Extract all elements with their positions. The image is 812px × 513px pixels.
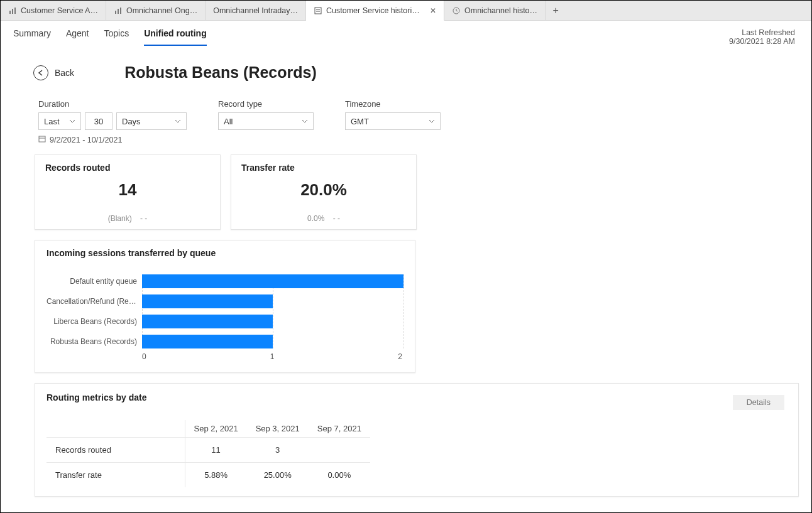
subnav-summary[interactable]: Summary	[13, 28, 51, 46]
filter-duration: Duration Last 30 Days	[38, 99, 187, 130]
duration-unit-select[interactable]: Days	[116, 112, 187, 130]
window-tab-1[interactable]: Omnichannel Ong…	[106, 1, 206, 21]
svg-rect-0	[9, 11, 11, 14]
kpi-value: 14	[45, 180, 210, 200]
chart-x-tick: 0	[142, 352, 146, 361]
chart-x-axis: 012	[142, 352, 403, 361]
kpi-title: Transfer rate	[241, 163, 406, 173]
arrow-left-icon	[33, 65, 48, 80]
kpi-transfer-rate: Transfer rate 20.0% 0.0% - -	[231, 154, 417, 230]
svg-rect-4	[118, 9, 119, 14]
chart-bar[interactable]	[142, 294, 273, 308]
chart-area: Default entity queueCancellation/Refund …	[47, 274, 403, 361]
page-title: Robusta Beans (Records)	[124, 63, 317, 82]
window-tab-label: Omnichannel Ong…	[126, 6, 197, 15]
metrics-title: Routing metrics by date	[47, 392, 787, 402]
filter-timezone: Timezone GMT	[345, 99, 441, 130]
last-refreshed: Last Refreshed 9/30/2021 8:28 AM	[729, 28, 799, 46]
svg-rect-6	[315, 8, 321, 14]
svg-line-11	[456, 11, 458, 11]
metrics-table: Sep 2, 2021Sep 3, 2021Sep 7, 2021 Record…	[47, 420, 370, 487]
chevron-down-icon	[175, 118, 181, 124]
subnav-unified-routing[interactable]: Unified routing	[144, 28, 207, 46]
filter-label: Record type	[218, 99, 314, 109]
chart-x-tick: 1	[270, 352, 275, 361]
window-tab-2[interactable]: Omnichannel Intraday…	[206, 1, 306, 21]
close-icon[interactable]: ✕	[430, 6, 436, 15]
metrics-cell: 5.88%	[185, 463, 247, 488]
chart-bar[interactable]	[142, 274, 403, 288]
subnav: Summary Agent Topics Unified routing	[13, 28, 207, 46]
filter-label: Duration	[38, 99, 187, 109]
chart-title: Incoming sessions transferred by queue	[47, 248, 403, 258]
calendar-icon	[38, 135, 46, 144]
window-tab-3[interactable]: Customer Service historic… ✕	[306, 1, 444, 21]
new-tab-button[interactable]: +	[546, 1, 566, 21]
last-refreshed-label: Last Refreshed	[729, 28, 795, 37]
metrics-column-header: Sep 2, 2021	[185, 420, 247, 438]
chart-y-label: Cancellation/Refund (Rec…	[47, 294, 142, 308]
filter-record-type: Record type All	[218, 99, 314, 130]
window-tab-label: Omnichannel histo…	[464, 6, 537, 15]
kpi-row: Records routed 14 (Blank) - - Transfer r…	[1, 144, 811, 230]
chart-bar[interactable]	[142, 315, 273, 328]
kpi-value: 20.0%	[241, 180, 406, 200]
window-tab-0[interactable]: Customer Service A…	[1, 1, 106, 21]
last-refreshed-value: 9/30/2021 8:28 AM	[729, 37, 795, 46]
date-range: 9/2/2021 - 10/1/2021	[1, 130, 811, 144]
duration-count-input[interactable]: 30	[85, 112, 112, 130]
chart-x-tick: 2	[398, 352, 402, 361]
kpi-title: Records routed	[45, 163, 210, 173]
window-tab-label: Customer Service historic…	[326, 6, 422, 15]
chart-icon	[8, 6, 17, 15]
chart-icon	[114, 6, 123, 15]
svg-rect-3	[115, 11, 116, 14]
metrics-column-header: Sep 7, 2021	[309, 420, 370, 438]
timezone-select[interactable]: GMT	[345, 112, 441, 130]
metrics-cell	[309, 438, 370, 463]
metrics-cell: 25.00%	[247, 463, 309, 488]
chart-y-labels: Default entity queueCancellation/Refund …	[47, 274, 142, 361]
back-label: Back	[55, 68, 74, 78]
table-row: Records routed113	[47, 438, 370, 463]
kpi-foot: (Blank) - -	[35, 214, 220, 223]
chart-y-label: Default entity queue	[47, 274, 142, 288]
back-button[interactable]: Back	[33, 65, 74, 80]
page-header: Back Robusta Beans (Records)	[1, 46, 811, 88]
chart-bar[interactable]	[142, 335, 273, 348]
kpi-records-routed: Records routed 14 (Blank) - -	[35, 154, 221, 230]
metrics-row-label: Records routed	[47, 438, 185, 463]
chart-y-label: Robusta Beans (Records)	[47, 335, 142, 348]
window-tab-label: Customer Service A…	[21, 6, 98, 15]
chart-card: Incoming sessions transferred by queue D…	[35, 240, 415, 373]
details-button[interactable]: Details	[733, 395, 784, 410]
chart-bars-wrap: 012	[142, 274, 403, 361]
subnav-topics[interactable]: Topics	[104, 28, 129, 46]
window-tab-4[interactable]: Omnichannel histo…	[444, 1, 546, 21]
svg-rect-2	[14, 8, 16, 14]
table-row: Transfer rate5.88%25.00%0.00%	[47, 463, 370, 488]
report-icon	[314, 6, 322, 15]
svg-rect-12	[39, 136, 45, 142]
record-type-select[interactable]: All	[218, 112, 314, 130]
metrics-cell: 3	[247, 438, 309, 463]
svg-rect-5	[120, 8, 121, 14]
date-range-text: 9/2/2021 - 10/1/2021	[50, 136, 122, 144]
chart-bars	[142, 274, 403, 348]
chevron-down-icon	[429, 118, 435, 124]
metrics-cell: 11	[185, 438, 247, 463]
window-tabstrip: Customer Service A… Omnichannel Ong… Omn…	[1, 1, 811, 21]
duration-period-select[interactable]: Last	[38, 112, 81, 130]
metrics-row-label: Transfer rate	[47, 463, 185, 488]
metrics-card: Routing metrics by date Details Sep 2, 2…	[35, 383, 799, 497]
metrics-column-header: Sep 3, 2021	[247, 420, 309, 438]
clock-icon	[452, 6, 461, 15]
metrics-cell: 0.00%	[309, 463, 370, 488]
kpi-foot: 0.0% - -	[231, 214, 416, 223]
subnav-agent[interactable]: Agent	[66, 28, 89, 46]
chart-y-label: Liberca Beans (Records)	[47, 315, 142, 328]
filters-row: Duration Last 30 Days Record type All Ti…	[1, 88, 811, 130]
chevron-down-icon	[302, 118, 308, 124]
window-tab-label: Omnichannel Intraday…	[213, 6, 298, 15]
svg-rect-1	[12, 9, 13, 14]
